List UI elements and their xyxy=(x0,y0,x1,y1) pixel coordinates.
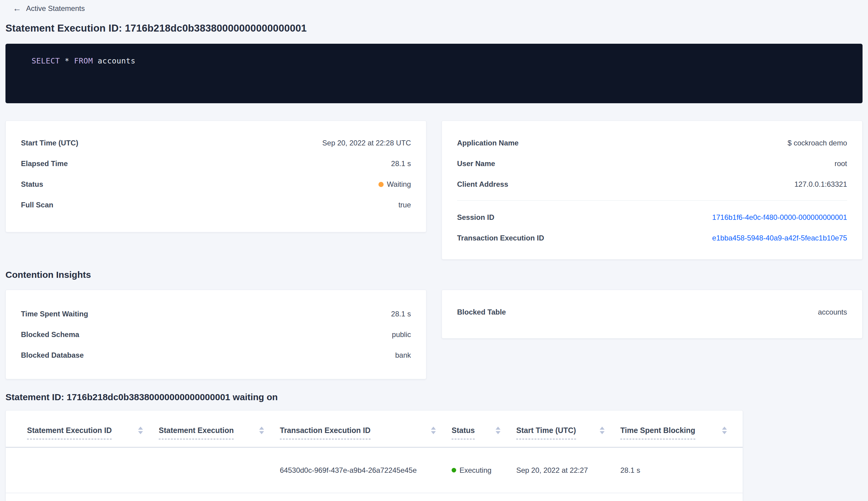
sort-up-arrow-icon xyxy=(138,427,143,430)
sort-down-arrow-icon xyxy=(431,431,436,434)
sort-up-arrow-icon xyxy=(600,427,605,430)
application-name-row: Application Name $ cockroach demo xyxy=(457,138,847,148)
time-spent-waiting-value: 28.1 s xyxy=(391,309,411,319)
transaction-execution-id-link[interactable]: e1bba458-5948-40a9-a42f-5feac1b10e75 xyxy=(712,234,847,243)
sql-keyword-select: SELECT xyxy=(32,56,60,65)
status-value: Waiting xyxy=(378,180,411,189)
sql-statement-text: SELECT * FROM accounts xyxy=(32,56,135,65)
sort-icon[interactable] xyxy=(259,426,264,434)
contention-cards-row: Time Spent Waiting 28.1 s Blocked Schema… xyxy=(6,290,862,379)
column-header-time-spent-blocking[interactable]: Time Spent Blocking xyxy=(620,426,743,447)
sort-up-arrow-icon xyxy=(496,427,500,430)
column-header-statement-execution-id[interactable]: Statement Execution ID xyxy=(27,426,159,447)
session-id-label: Session ID xyxy=(457,213,495,222)
cell-status: Executing xyxy=(452,466,516,475)
sort-down-arrow-icon xyxy=(259,431,264,434)
application-name-label: Application Name xyxy=(457,138,519,148)
client-address-row: Client Address 127.0.0.1:63321 xyxy=(457,180,847,189)
full-scan-value: true xyxy=(399,200,411,210)
contention-insights-heading: Contention Insights xyxy=(6,270,862,280)
column-header-label[interactable]: Statement Execution xyxy=(159,426,234,439)
full-scan-label: Full Scan xyxy=(21,200,53,210)
page-title: Statement Execution ID: 1716b218dc0b3838… xyxy=(6,22,862,34)
sql-table-name: accounts xyxy=(98,56,135,65)
status-waiting-text: Waiting xyxy=(387,180,411,189)
user-name-row: User Name root xyxy=(457,159,847,168)
sql-star: * xyxy=(65,56,69,65)
back-link-label: Active Statements xyxy=(26,4,85,13)
contention-card: Time Spent Waiting 28.1 s Blocked Schema… xyxy=(6,290,426,379)
waiting-on-heading: Statement ID: 1716b218dc0b38380000000000… xyxy=(6,392,862,402)
sort-icon[interactable] xyxy=(600,426,605,434)
session-card: Application Name $ cockroach demo User N… xyxy=(442,120,862,259)
sort-icon[interactable] xyxy=(431,426,436,434)
application-name-value: $ cockroach demo xyxy=(788,138,847,148)
status-executing-dot-icon xyxy=(452,468,456,472)
status-waiting-dot-icon xyxy=(378,182,384,187)
sql-statement-box: SELECT * FROM accounts xyxy=(6,44,862,103)
sort-down-arrow-icon xyxy=(496,431,500,434)
back-arrow-icon: ← xyxy=(13,4,21,13)
blocked-schema-row: Blocked Schema public xyxy=(21,330,411,339)
blocked-database-value: bank xyxy=(395,351,411,360)
blocked-table-row: Blocked Table accounts xyxy=(457,308,847,317)
sort-down-arrow-icon xyxy=(722,431,727,434)
sort-down-arrow-icon xyxy=(600,431,605,434)
statement-execution-details-page: ← Active Statements Statement Execution … xyxy=(0,0,868,501)
blocked-table-label: Blocked Table xyxy=(457,308,506,317)
client-address-value: 127.0.0.1:63321 xyxy=(794,180,847,189)
summary-cards-row: Start Time (UTC) Sep 20, 2022 at 22:28 U… xyxy=(6,120,862,259)
column-header-label[interactable]: Statement Execution ID xyxy=(27,426,112,439)
blocked-database-label: Blocked Database xyxy=(21,351,84,360)
sort-down-arrow-icon xyxy=(138,431,143,434)
blocked-table-card: Blocked Table accounts xyxy=(442,290,862,339)
time-spent-waiting-row: Time Spent Waiting 28.1 s xyxy=(21,309,411,319)
blocked-database-row: Blocked Database bank xyxy=(21,351,411,360)
status-label: Status xyxy=(21,180,43,189)
column-header-label[interactable]: Time Spent Blocking xyxy=(620,426,695,439)
user-name-label: User Name xyxy=(457,159,495,168)
transaction-execution-id-row: Transaction Execution ID e1bba458-5948-4… xyxy=(457,234,847,243)
blocked-table-value: accounts xyxy=(818,308,847,317)
waiting-on-table-header: Statement Execution ID Statement Executi… xyxy=(6,411,743,448)
executing-status: Executing xyxy=(452,466,491,475)
session-id-link[interactable]: 1716b1f6-4e0c-f480-0000-000000000001 xyxy=(712,213,847,222)
start-time-value: Sep 20, 2022 at 22:28 UTC xyxy=(322,138,411,148)
sort-up-arrow-icon xyxy=(431,427,436,430)
sql-keyword-from: FROM xyxy=(74,56,93,65)
overview-card: Start Time (UTC) Sep 20, 2022 at 22:28 U… xyxy=(6,120,426,232)
time-spent-waiting-label: Time Spent Waiting xyxy=(21,309,88,319)
session-id-row: Session ID 1716b1f6-4e0c-f480-0000-00000… xyxy=(457,213,847,222)
elapsed-time-label: Elapsed Time xyxy=(21,159,68,168)
status-executing-text: Executing xyxy=(459,466,491,475)
waiting-on-table-card: Statement Execution ID Statement Executi… xyxy=(6,410,743,501)
blocked-schema-label: Blocked Schema xyxy=(21,330,79,339)
waiting-on-table-row: 64530d0c-969f-437e-a9b4-26a72245e45e Exe… xyxy=(6,448,743,493)
column-header-label[interactable]: Start Time (UTC) xyxy=(516,426,576,439)
sort-up-arrow-icon xyxy=(722,427,727,430)
cell-time-spent-blocking: 28.1 s xyxy=(620,466,743,475)
column-header-start-time[interactable]: Start Time (UTC) xyxy=(516,426,620,447)
full-scan-row: Full Scan true xyxy=(21,200,411,210)
back-link-active-statements[interactable]: ← Active Statements xyxy=(13,4,85,13)
blocked-schema-value: public xyxy=(392,330,411,339)
status-row: Status Waiting xyxy=(21,180,411,189)
elapsed-time-value: 28.1 s xyxy=(391,159,411,168)
column-header-transaction-execution-id[interactable]: Transaction Execution ID xyxy=(280,426,452,447)
start-time-row: Start Time (UTC) Sep 20, 2022 at 22:28 U… xyxy=(21,138,411,148)
sort-icon[interactable] xyxy=(722,426,727,434)
transaction-execution-id-label: Transaction Execution ID xyxy=(457,234,544,243)
client-address-label: Client Address xyxy=(457,180,508,189)
start-time-label: Start Time (UTC) xyxy=(21,138,78,148)
cell-start-time: Sep 20, 2022 at 22:27 xyxy=(516,466,620,475)
cell-transaction-execution-id: 64530d0c-969f-437e-a9b4-26a72245e45e xyxy=(280,466,452,475)
column-header-statement-execution[interactable]: Statement Execution xyxy=(159,426,280,447)
session-card-divider xyxy=(457,200,847,201)
sort-icon[interactable] xyxy=(496,426,500,434)
sort-up-arrow-icon xyxy=(259,427,264,430)
elapsed-time-row: Elapsed Time 28.1 s xyxy=(21,159,411,168)
sort-icon[interactable] xyxy=(138,426,143,434)
column-header-status[interactable]: Status xyxy=(452,426,516,447)
column-header-label[interactable]: Status xyxy=(452,426,475,439)
column-header-label[interactable]: Transaction Execution ID xyxy=(280,426,371,439)
